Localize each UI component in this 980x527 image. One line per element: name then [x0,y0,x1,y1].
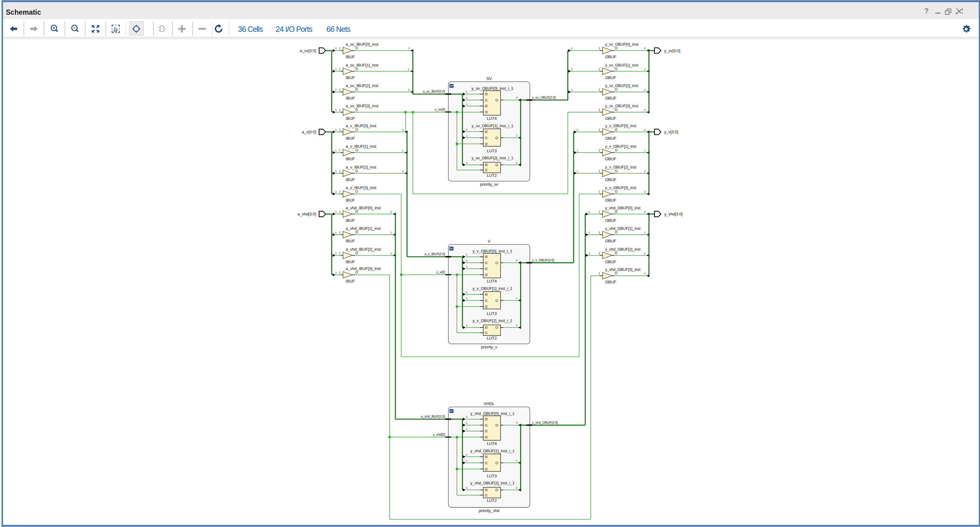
svg-text:I: I [599,46,600,50]
svg-text:a_vhd_IBUF[2:0]: a_vhd_IBUF[2:0] [421,414,445,418]
svg-text:3: 3 [644,108,646,111]
svg-text:O: O [355,189,358,193]
svg-text:y_sv[0]: y_sv[0] [435,108,445,111]
svg-text:O: O [615,169,618,173]
svg-text:2: 2 [466,90,467,94]
svg-text:OBUF: OBUF [605,156,616,161]
svg-text:OBUF: OBUF [605,239,616,243]
svg-text:LUT2: LUT2 [487,336,497,341]
svg-text:a_sv_IBUF[3]_inst: a_sv_IBUF[3]_inst [346,103,379,108]
svg-text:LUT4: LUT4 [487,441,497,446]
svg-text:I1: I1 [485,261,488,265]
svg-text:y_vhd_OBUF[2]_inst: y_vhd_OBUF[2]_inst [605,247,641,252]
svg-text:LUT2: LUT2 [487,173,497,178]
svg-text:1: 1 [516,296,517,300]
svg-text:3: 3 [644,190,646,193]
svg-text:OBUF: OBUF [605,218,616,223]
svg-text:y_vhd_OBUF[1]_inst_i_1: y_vhd_OBUF[1]_inst_i_1 [470,449,515,453]
svg-text:y_sv_OBUF[1]_inst_i_1: y_sv_OBUF[1]_inst_i_1 [472,124,514,128]
svg-text:y_v_OBUF[2]_inst: y_v_OBUF[2]_inst [605,165,636,169]
svg-text:y_vhd_OBUF[2:0]: y_vhd_OBUF[2:0] [532,421,558,424]
svg-text:I0: I0 [485,455,488,459]
svg-text:I: I [339,88,340,92]
svg-text:1: 1 [390,231,392,234]
svg-text:a_sv_IBUF[2:0]: a_sv_IBUF[2:0] [423,89,445,93]
svg-text:O: O [495,461,498,465]
svg-text:2: 2 [588,252,590,255]
svg-text:0: 0 [335,46,337,50]
svg-text:I1: I1 [485,493,488,497]
svg-text:1: 1 [466,296,467,300]
svg-text:a_sv_IBUF[1]_inst: a_sv_IBUF[1]_inst [346,63,379,67]
svg-text:a_sv_IBUF[0]_inst: a_sv_IBUF[0]_inst [346,42,379,46]
svg-text:2: 2 [466,161,467,164]
svg-text:y_v[3:0]: y_v[3:0] [664,130,678,134]
svg-text:0: 0 [466,421,467,425]
svg-text:y_v[0]: y_v[0] [436,270,445,274]
svg-text:priority_vhd: priority_vhd [479,508,499,513]
svg-text:O: O [495,98,498,102]
svg-text:3: 3 [335,108,337,111]
svg-text:y_vhd_OBUF[3]_inst: y_vhd_OBUF[3]_inst [605,267,641,272]
svg-text:O: O [615,67,618,71]
svg-text:1: 1 [466,427,467,430]
svg-text:I1: I1 [485,299,488,303]
svg-text:O: O [615,210,618,213]
svg-text:I: I [339,231,340,234]
svg-text:I0: I0 [485,163,488,167]
svg-text:a_v_IBUF[0]_inst: a_v_IBUF[0]_inst [346,124,376,128]
svg-text:y_v_OBUF[3]_inst: y_v_OBUF[3]_inst [605,186,636,190]
svg-text:I: I [599,169,600,173]
svg-text:O: O [355,67,358,71]
svg-text:1: 1 [402,149,404,152]
svg-text:I2: I2 [485,467,488,471]
svg-text:O: O [355,231,358,234]
svg-text:O: O [355,88,358,91]
svg-text:IBUF: IBUF [346,177,355,182]
svg-text:I: I [339,108,340,112]
svg-text:y_vhd_OBUF[1]_inst: y_vhd_OBUF[1]_inst [605,226,641,231]
svg-text:O: O [615,251,618,255]
svg-text:IBUF: IBUF [346,218,355,223]
svg-text:VHDL: VHDL [484,401,495,406]
svg-text:y_v_OBUF[1]_inst_i_1: y_v_OBUF[1]_inst_i_1 [473,286,512,291]
svg-text:O: O [495,136,498,140]
svg-text:1: 1 [335,67,337,71]
svg-text:y_v_OBUF[0]_inst: y_v_OBUF[0]_inst [605,124,636,128]
svg-text:O: O [355,210,358,213]
svg-text:a_vhd_IBUF[3]_inst: a_vhd_IBUF[3]_inst [346,266,381,271]
svg-text:2: 2 [335,169,337,173]
svg-text:I0: I0 [485,255,488,259]
svg-text:y_v_OBUF[2:0]: y_v_OBUF[2:0] [532,258,554,262]
svg-text:I: I [339,271,340,274]
svg-text:IBUF: IBUF [346,260,355,264]
svg-text:O: O [355,108,358,111]
svg-text:0: 0 [516,421,517,424]
svg-text:I: I [339,169,340,173]
svg-text:2: 2 [466,128,467,131]
svg-text:2: 2 [402,169,404,173]
svg-text:I: I [599,190,600,194]
svg-text:OBUF: OBUF [605,260,616,264]
svg-text:1: 1 [644,231,646,234]
svg-text:y_v_OBUF[1]_inst: y_v_OBUF[1]_inst [605,144,636,149]
svg-text:I3: I3 [485,435,488,439]
svg-text:O: O [615,271,618,275]
svg-text:0: 0 [516,96,517,99]
svg-text:IBUF: IBUF [346,279,355,283]
svg-text:O: O [495,488,498,492]
svg-text:a_v[3:0]: a_v[3:0] [302,130,316,134]
svg-text:1: 1 [466,134,467,137]
svg-text:O: O [355,46,358,50]
svg-text:a_vhd_IBUF[2]_inst: a_vhd_IBUF[2]_inst [346,247,381,252]
svg-text:I3: I3 [485,273,488,277]
svg-text:2: 2 [466,290,467,294]
svg-text:0: 0 [466,259,467,262]
svg-text:I2: I2 [485,104,488,108]
svg-text:OBUF: OBUF [605,198,616,202]
svg-text:0: 0 [335,128,337,131]
svg-text:O: O [355,271,358,274]
svg-text:2: 2 [335,252,337,255]
svg-text:I1: I1 [485,461,488,465]
svg-text:2: 2 [516,486,517,489]
